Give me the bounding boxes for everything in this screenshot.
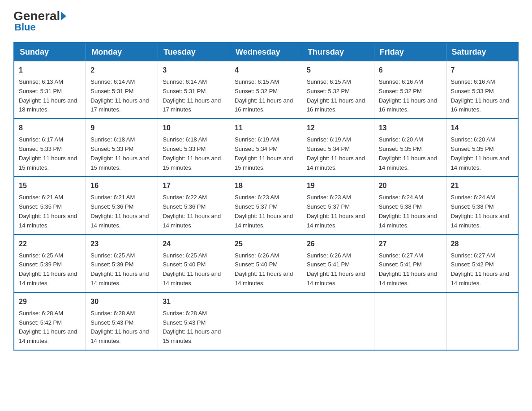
- day-info: Sunrise: 6:18 AM Sunset: 5:33 PM Dayligh…: [90, 135, 153, 172]
- day-number: 22: [19, 239, 81, 249]
- day-number: 8: [19, 123, 81, 133]
- day-info: Sunrise: 6:19 AM Sunset: 5:34 PM Dayligh…: [235, 135, 297, 172]
- day-info: Sunrise: 6:18 AM Sunset: 5:33 PM Dayligh…: [163, 135, 225, 172]
- calendar-cell: 30 Sunrise: 6:28 AM Sunset: 5:43 PM Dayl…: [86, 292, 158, 350]
- calendar-cell: 20 Sunrise: 6:24 AM Sunset: 5:38 PM Dayl…: [374, 176, 446, 234]
- day-number: 24: [163, 239, 225, 249]
- day-info: Sunrise: 6:26 AM Sunset: 5:40 PM Dayligh…: [235, 251, 297, 288]
- calendar-cell: 2 Sunrise: 6:14 AM Sunset: 5:31 PM Dayli…: [86, 61, 158, 119]
- day-info: Sunrise: 6:24 AM Sunset: 5:38 PM Dayligh…: [451, 193, 513, 230]
- day-info: Sunrise: 6:16 AM Sunset: 5:33 PM Dayligh…: [451, 77, 513, 115]
- calendar-week-row: 8 Sunrise: 6:17 AM Sunset: 5:33 PM Dayli…: [14, 119, 518, 176]
- day-number: 30: [90, 296, 153, 307]
- day-number: 23: [90, 239, 153, 249]
- day-number: 4: [235, 65, 297, 76]
- calendar-cell: 26 Sunrise: 6:26 AM Sunset: 5:41 PM Dayl…: [302, 235, 374, 292]
- day-info: Sunrise: 6:20 AM Sunset: 5:35 PM Dayligh…: [451, 135, 513, 172]
- day-number: 31: [163, 296, 225, 307]
- day-number: 11: [235, 123, 297, 133]
- day-number: 18: [235, 180, 297, 191]
- day-number: 29: [19, 296, 81, 307]
- day-number: 6: [379, 65, 442, 76]
- calendar-cell: 22 Sunrise: 6:25 AM Sunset: 5:39 PM Dayl…: [14, 235, 86, 292]
- day-info: Sunrise: 6:26 AM Sunset: 5:41 PM Dayligh…: [307, 251, 369, 288]
- calendar-cell: 19 Sunrise: 6:23 AM Sunset: 5:37 PM Dayl…: [302, 176, 374, 234]
- day-info: Sunrise: 6:22 AM Sunset: 5:36 PM Dayligh…: [163, 193, 225, 230]
- day-number: 7: [451, 65, 513, 76]
- day-info: Sunrise: 6:19 AM Sunset: 5:34 PM Dayligh…: [307, 135, 369, 172]
- calendar-cell: 11 Sunrise: 6:19 AM Sunset: 5:34 PM Dayl…: [230, 119, 302, 176]
- calendar-table: SundayMondayTuesdayWednesdayThursdayFrid…: [13, 42, 519, 351]
- calendar-cell: 15 Sunrise: 6:21 AM Sunset: 5:35 PM Dayl…: [14, 176, 86, 234]
- day-header-wednesday: Wednesday: [230, 43, 302, 61]
- day-info: Sunrise: 6:25 AM Sunset: 5:40 PM Dayligh…: [163, 251, 225, 288]
- day-info: Sunrise: 6:16 AM Sunset: 5:32 PM Dayligh…: [379, 77, 442, 115]
- calendar-cell: 3 Sunrise: 6:14 AM Sunset: 5:31 PM Dayli…: [158, 61, 230, 119]
- day-info: Sunrise: 6:15 AM Sunset: 5:32 PM Dayligh…: [235, 77, 297, 115]
- day-number: 16: [90, 180, 153, 191]
- calendar-cell: 6 Sunrise: 6:16 AM Sunset: 5:32 PM Dayli…: [374, 61, 446, 119]
- calendar-cell: 4 Sunrise: 6:15 AM Sunset: 5:32 PM Dayli…: [230, 61, 302, 119]
- day-header-tuesday: Tuesday: [158, 43, 230, 61]
- day-info: Sunrise: 6:21 AM Sunset: 5:36 PM Dayligh…: [90, 193, 153, 230]
- calendar-cell: 29 Sunrise: 6:28 AM Sunset: 5:42 PM Dayl…: [14, 292, 86, 350]
- day-info: Sunrise: 6:23 AM Sunset: 5:37 PM Dayligh…: [235, 193, 297, 230]
- day-number: 14: [451, 123, 513, 133]
- day-number: 17: [163, 180, 225, 191]
- calendar-cell: [302, 292, 374, 350]
- day-header-monday: Monday: [86, 43, 158, 61]
- calendar-cell: 12 Sunrise: 6:19 AM Sunset: 5:34 PM Dayl…: [302, 119, 374, 176]
- day-number: 2: [90, 65, 153, 76]
- day-info: Sunrise: 6:15 AM Sunset: 5:32 PM Dayligh…: [307, 77, 369, 115]
- calendar-cell: 1 Sunrise: 6:13 AM Sunset: 5:31 PM Dayli…: [14, 61, 86, 119]
- calendar-cell: 17 Sunrise: 6:22 AM Sunset: 5:36 PM Dayl…: [158, 176, 230, 234]
- day-number: 21: [451, 180, 513, 191]
- calendar-week-row: 15 Sunrise: 6:21 AM Sunset: 5:35 PM Dayl…: [14, 176, 518, 234]
- calendar-header-row: SundayMondayTuesdayWednesdayThursdayFrid…: [14, 43, 518, 61]
- day-info: Sunrise: 6:25 AM Sunset: 5:39 PM Dayligh…: [19, 251, 81, 288]
- day-number: 13: [379, 123, 442, 133]
- calendar-cell: 8 Sunrise: 6:17 AM Sunset: 5:33 PM Dayli…: [14, 119, 86, 176]
- calendar-cell: 16 Sunrise: 6:21 AM Sunset: 5:36 PM Dayl…: [86, 176, 158, 234]
- day-header-thursday: Thursday: [302, 43, 374, 61]
- day-info: Sunrise: 6:27 AM Sunset: 5:41 PM Dayligh…: [379, 251, 442, 288]
- calendar-cell: 5 Sunrise: 6:15 AM Sunset: 5:32 PM Dayli…: [302, 61, 374, 119]
- day-number: 5: [307, 65, 369, 76]
- calendar-cell: 31 Sunrise: 6:28 AM Sunset: 5:43 PM Dayl…: [158, 292, 230, 350]
- calendar-cell: 27 Sunrise: 6:27 AM Sunset: 5:41 PM Dayl…: [374, 235, 446, 292]
- day-header-saturday: Saturday: [446, 43, 518, 61]
- calendar-cell: [374, 292, 446, 350]
- day-number: 3: [163, 65, 225, 76]
- calendar-week-row: 22 Sunrise: 6:25 AM Sunset: 5:39 PM Dayl…: [14, 235, 518, 292]
- day-info: Sunrise: 6:23 AM Sunset: 5:37 PM Dayligh…: [307, 193, 369, 230]
- day-info: Sunrise: 6:14 AM Sunset: 5:31 PM Dayligh…: [90, 77, 153, 115]
- day-number: 26: [307, 239, 369, 249]
- day-info: Sunrise: 6:21 AM Sunset: 5:35 PM Dayligh…: [19, 193, 81, 230]
- day-number: 10: [163, 123, 225, 133]
- calendar-week-row: 29 Sunrise: 6:28 AM Sunset: 5:42 PM Dayl…: [14, 292, 518, 350]
- calendar-cell: [446, 292, 518, 350]
- calendar-cell: 18 Sunrise: 6:23 AM Sunset: 5:37 PM Dayl…: [230, 176, 302, 234]
- calendar-cell: 24 Sunrise: 6:25 AM Sunset: 5:40 PM Dayl…: [158, 235, 230, 292]
- day-number: 20: [379, 180, 442, 191]
- day-number: 15: [19, 180, 81, 191]
- day-header-sunday: Sunday: [14, 43, 86, 61]
- calendar-cell: 23 Sunrise: 6:25 AM Sunset: 5:39 PM Dayl…: [86, 235, 158, 292]
- day-info: Sunrise: 6:27 AM Sunset: 5:42 PM Dayligh…: [451, 251, 513, 288]
- day-info: Sunrise: 6:28 AM Sunset: 5:43 PM Dayligh…: [90, 309, 153, 346]
- day-info: Sunrise: 6:17 AM Sunset: 5:33 PM Dayligh…: [19, 135, 81, 172]
- calendar-cell: 9 Sunrise: 6:18 AM Sunset: 5:33 PM Dayli…: [86, 119, 158, 176]
- day-number: 19: [307, 180, 369, 191]
- day-number: 9: [90, 123, 153, 133]
- day-number: 12: [307, 123, 369, 133]
- day-number: 27: [379, 239, 442, 249]
- day-number: 25: [235, 239, 297, 249]
- day-number: 1: [19, 65, 81, 76]
- day-info: Sunrise: 6:25 AM Sunset: 5:39 PM Dayligh…: [90, 251, 153, 288]
- day-info: Sunrise: 6:13 AM Sunset: 5:31 PM Dayligh…: [19, 77, 81, 115]
- calendar-cell: 7 Sunrise: 6:16 AM Sunset: 5:33 PM Dayli…: [446, 61, 518, 119]
- day-info: Sunrise: 6:20 AM Sunset: 5:35 PM Dayligh…: [379, 135, 442, 172]
- calendar-cell: [230, 292, 302, 350]
- day-number: 28: [451, 239, 513, 249]
- day-info: Sunrise: 6:28 AM Sunset: 5:42 PM Dayligh…: [19, 309, 81, 346]
